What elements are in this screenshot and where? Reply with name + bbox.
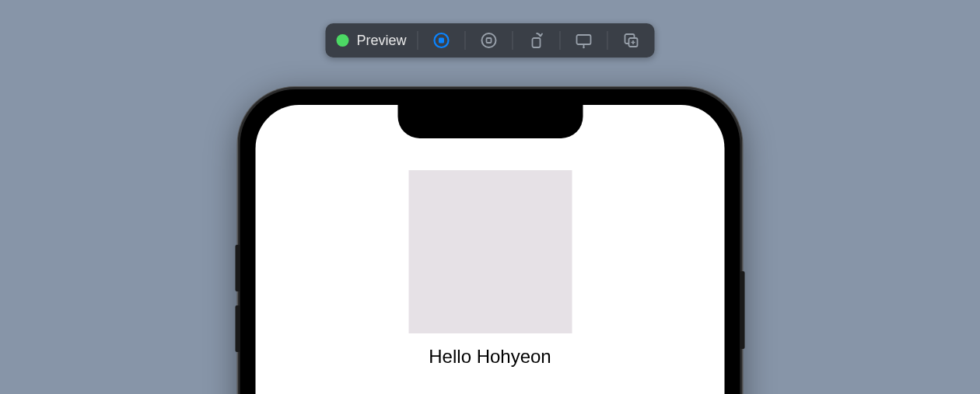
device-simulator: Hello Hohyeon — [238, 87, 743, 394]
svg-rect-5 — [577, 35, 591, 44]
app-content-area: Hello Hohyeon — [256, 105, 725, 394]
svg-point-2 — [482, 33, 496, 47]
status-indicator-icon — [336, 34, 348, 47]
power-button — [740, 271, 745, 349]
duplicate-icon — [623, 32, 640, 49]
live-preview-button[interactable] — [429, 28, 454, 53]
image-placeholder — [408, 170, 572, 333]
live-preview-icon — [433, 32, 450, 49]
rotate-icon — [528, 32, 545, 49]
device-settings-button[interactable] — [572, 28, 597, 53]
rotate-device-button[interactable] — [524, 28, 549, 53]
device-notch — [397, 105, 583, 138]
phone-frame: Hello Hohyeon — [238, 87, 743, 394]
svg-rect-3 — [487, 38, 492, 43]
preview-toolbar: Preview — [325, 23, 654, 58]
toolbar-status-section: Preview — [336, 33, 417, 49]
volume-up-button — [236, 245, 240, 291]
selectable-preview-icon — [481, 32, 498, 49]
phone-screen: Hello Hohyeon — [256, 105, 725, 394]
duplicate-preview-button[interactable] — [619, 28, 644, 53]
volume-down-button — [236, 305, 240, 352]
selectable-preview-button[interactable] — [477, 28, 502, 53]
greeting-label: Hello Hohyeon — [429, 346, 551, 368]
svg-point-7 — [583, 47, 585, 49]
svg-rect-1 — [439, 38, 444, 44]
preview-label: Preview — [356, 33, 406, 49]
display-icon — [575, 32, 593, 49]
svg-rect-4 — [533, 38, 541, 47]
